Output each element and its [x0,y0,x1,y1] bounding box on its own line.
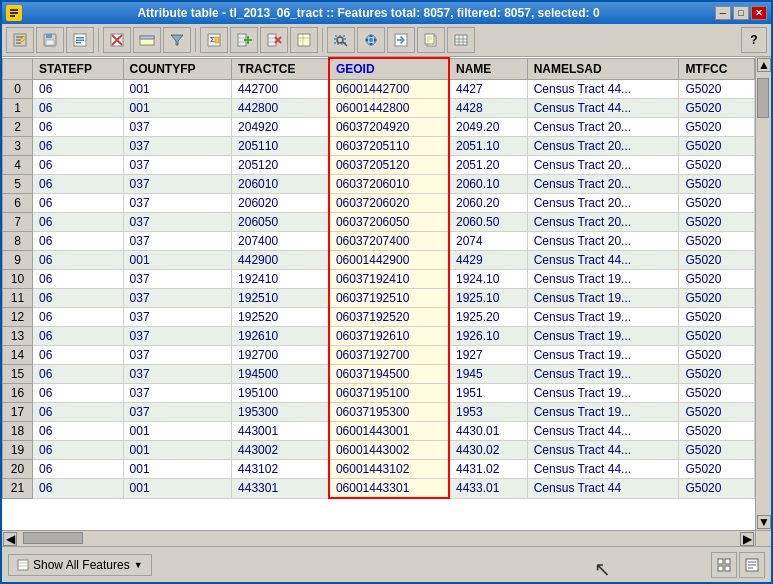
grid-view-icon [716,557,732,573]
minimize-button[interactable]: ─ [715,6,731,20]
table-row[interactable]: 706037206050060372060502060.50Census Tra… [3,213,755,232]
svg-rect-9 [46,34,52,38]
bottom-right-buttons [711,552,765,578]
table-row[interactable]: 806037207400060372074002074Census Tract … [3,232,755,251]
cursor-icon: ↖ [594,557,611,581]
table-row[interactable]: 606037206020060372060202060.20Census Tra… [3,194,755,213]
scroll-right-button[interactable]: ▶ [740,532,754,546]
col-header-countyfp[interactable]: COUNTYFP [123,58,232,80]
new-col-button[interactable] [230,27,258,53]
field-calc-button[interactable]: Σ [200,27,228,53]
app-icon [6,5,22,21]
col-header-statefp[interactable]: STATEFP [33,58,124,80]
deselect-button[interactable] [103,27,131,53]
svg-text:Σ: Σ [210,35,215,44]
show-features-container: Show All Features ▼ [8,554,152,576]
table-row[interactable]: 2106001443301060014433014433.01Census Tr… [3,479,755,499]
svg-rect-32 [298,34,310,46]
svg-rect-2 [10,12,18,14]
svg-rect-47 [455,35,467,45]
table-row[interactable]: 1206037192520060371925201925.20Census Tr… [3,308,755,327]
table-row[interactable]: 006001442700060014427004427Census Tract … [3,80,755,99]
table-row[interactable]: 1706037195300060371953001953Census Tract… [3,403,755,422]
table-row[interactable]: 1006037192410060371924101924.10Census Tr… [3,270,755,289]
del-col-button[interactable] [260,27,288,53]
save-button[interactable] [36,27,64,53]
svg-rect-57 [718,566,723,571]
main-window: Attribute table - tl_2013_06_tract :: Fe… [0,0,773,584]
horizontal-scrollbar[interactable]: ◀ ▶ [2,530,771,546]
title-bar: Attribute table - tl_2013_06_tract :: Fe… [2,2,771,24]
svg-point-39 [369,38,373,42]
svg-rect-13 [76,40,84,42]
col-header-geoid[interactable]: GEOID [329,58,449,80]
toolbar-sep-1 [98,28,99,52]
help-button[interactable]: ? [741,27,767,53]
move-to-button[interactable] [387,27,415,53]
bottom-bar: Show All Features ▼ ↖ [2,546,771,582]
col-header-tractce[interactable]: TRACTCE [232,58,329,80]
copy-selected-button[interactable] [417,27,445,53]
edit-pencil-button[interactable] [6,27,34,53]
table-scroll-area[interactable]: STATEFP COUNTYFP TRACTCE GEOID NAME NAME… [2,57,755,530]
table-row[interactable]: 406037205120060372051202051.20Census Tra… [3,156,755,175]
svg-rect-56 [725,559,730,564]
vertical-scrollbar[interactable]: ▲ ▼ [755,57,771,530]
scroll-left-button[interactable]: ◀ [3,532,17,546]
open-calc-button[interactable] [290,27,318,53]
scroll-corner [755,531,771,546]
svg-point-37 [337,37,343,43]
organize-button[interactable] [447,27,475,53]
scroll-thumb-h[interactable] [23,532,83,544]
table-row[interactable]: 2006001443102060014431024431.02Census Tr… [3,460,755,479]
svg-rect-12 [76,37,84,39]
scroll-track-v[interactable] [756,73,771,514]
table-row[interactable]: 1506037194500060371945001945Census Tract… [3,365,755,384]
features-icon [17,559,29,571]
table-row[interactable]: 1906001443002060014430024430.02Census Tr… [3,441,755,460]
show-all-features-button[interactable]: Show All Features ▼ [8,554,152,576]
toolbar: Σ [2,24,771,57]
col-header-name[interactable]: NAME [449,58,527,80]
table-row[interactable]: 1806001443001060014430014430.01Census Tr… [3,422,755,441]
table-row[interactable]: 1306037192610060371926101926.10Census Tr… [3,327,755,346]
svg-rect-27 [268,34,276,46]
table-row[interactable]: 1106037192510060371925101925.10Census Tr… [3,289,755,308]
pan-selected-button[interactable] [357,27,385,53]
table-row[interactable]: 906001442900060014429004429Census Tract … [3,251,755,270]
grid-view-button[interactable] [711,552,737,578]
select-all-button[interactable] [66,27,94,53]
svg-rect-1 [10,9,18,11]
attribute-table: STATEFP COUNTYFP TRACTCE GEOID NAME NAME… [2,57,755,499]
col-header-namelsad[interactable]: NAMELSAD [527,58,679,80]
window-controls: ─ □ ✕ [715,6,767,20]
form-view-icon [744,557,760,573]
col-header-rownum [3,58,33,80]
svg-rect-21 [215,37,219,43]
dropdown-arrow-icon: ▼ [134,560,143,570]
select-button[interactable] [133,27,161,53]
scroll-track-h[interactable] [18,531,739,546]
table-row[interactable]: 106001442800060014428004428Census Tract … [3,99,755,118]
table-row[interactable]: 206037204920060372049202049.20Census Tra… [3,118,755,137]
table-row[interactable]: 1606037195100060371951001951Census Tract… [3,384,755,403]
filter-button[interactable] [163,27,191,53]
svg-rect-10 [46,40,54,45]
scroll-thumb-v[interactable] [757,78,769,118]
zoom-selected-button[interactable] [327,27,355,53]
col-header-mtfcc[interactable]: MTFCC [679,58,755,80]
svg-rect-3 [10,15,15,17]
svg-rect-58 [725,566,730,571]
svg-rect-14 [76,42,81,44]
svg-rect-17 [140,36,154,39]
maximize-button[interactable]: □ [733,6,749,20]
close-button[interactable]: ✕ [751,6,767,20]
scroll-down-button[interactable]: ▼ [757,515,771,529]
toolbar-sep-2 [195,28,196,52]
form-view-button[interactable] [739,552,765,578]
scroll-up-button[interactable]: ▲ [757,58,771,72]
table-row[interactable]: 506037206010060372060102060.10Census Tra… [3,175,755,194]
table-row[interactable]: 1406037192700060371927001927Census Tract… [3,346,755,365]
svg-rect-55 [718,559,723,564]
table-row[interactable]: 306037205110060372051102051.10Census Tra… [3,137,755,156]
